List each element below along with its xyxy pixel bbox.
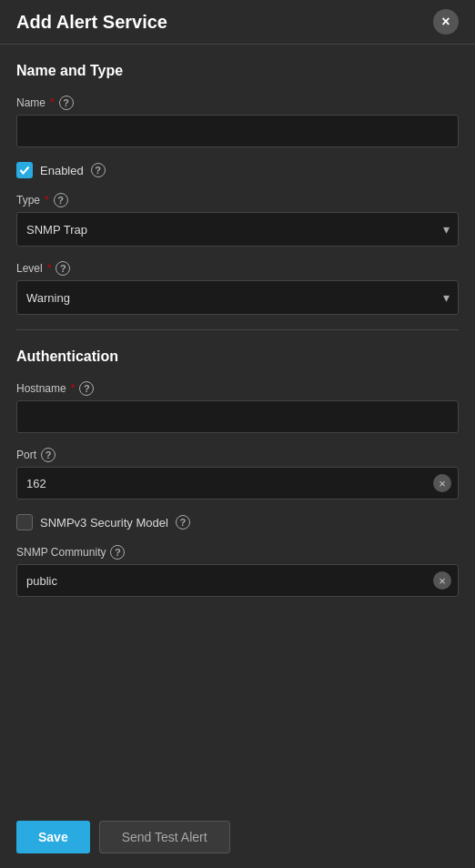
snmpv3-checkbox[interactable]: [16, 514, 33, 530]
enabled-checkbox[interactable]: [16, 162, 33, 178]
community-clear-button[interactable]: ×: [433, 571, 451, 590]
type-label: Type * ?: [16, 193, 459, 207]
section-name-and-type: Name and Type Name * ? Enabled ?: [16, 63, 459, 315]
level-required-marker: *: [47, 262, 52, 275]
name-field-group: Name * ?: [16, 96, 459, 147]
port-input[interactable]: [16, 467, 459, 500]
community-clear-icon: ×: [439, 574, 446, 588]
section-divider: [16, 329, 459, 330]
close-button[interactable]: ×: [433, 9, 459, 35]
close-icon: ×: [441, 14, 450, 30]
hostname-label: Hostname * ?: [16, 381, 459, 396]
name-help-icon[interactable]: ?: [59, 96, 74, 110]
hostname-help-icon[interactable]: ?: [79, 381, 94, 396]
port-clear-icon: ×: [439, 477, 446, 490]
community-field-group: SNMP Community ? ×: [16, 545, 459, 597]
hostname-required-marker: *: [71, 382, 76, 395]
hostname-input[interactable]: [16, 400, 459, 433]
name-input[interactable]: [16, 115, 459, 147]
level-label: Level * ?: [16, 261, 459, 276]
type-select[interactable]: SNMP Trap Email Slack PagerDuty: [16, 212, 459, 247]
snmpv3-row: SNMPv3 Security Model ?: [16, 514, 459, 530]
level-select[interactable]: Warning Critical Info: [16, 280, 459, 315]
snmpv3-help-icon[interactable]: ?: [176, 515, 190, 530]
authentication-section-title: Authentication: [16, 348, 459, 365]
section-authentication: Authentication Hostname * ? Port ?: [16, 348, 459, 597]
community-input-wrapper: ×: [16, 564, 459, 597]
save-button[interactable]: Save: [16, 821, 90, 853]
hostname-field-group: Hostname * ?: [16, 381, 459, 433]
port-label: Port ?: [16, 448, 459, 462]
enabled-label: Enabled: [40, 164, 84, 177]
name-required-marker: *: [50, 96, 55, 109]
level-select-wrapper: Warning Critical Info ▾: [16, 280, 459, 315]
community-input[interactable]: [16, 564, 459, 597]
dialog-title: Add Alert Service: [16, 12, 167, 33]
checkmark-icon: [19, 165, 30, 176]
level-field-group: Level * ? Warning Critical Info ▾: [16, 261, 459, 315]
name-label: Name * ?: [16, 96, 459, 110]
type-field-group: Type * ? SNMP Trap Email Slack PagerDuty…: [16, 193, 459, 247]
dialog-header: Add Alert Service ×: [0, 0, 475, 45]
dialog-footer: Save Send Test Alert: [0, 806, 475, 868]
type-required-marker: *: [45, 194, 49, 207]
port-field-group: Port ? ×: [16, 448, 459, 500]
community-label: SNMP Community ?: [16, 545, 459, 560]
type-help-icon[interactable]: ?: [54, 193, 68, 207]
level-help-icon[interactable]: ?: [56, 261, 70, 276]
community-help-icon[interactable]: ?: [110, 545, 125, 560]
snmpv3-label: SNMPv3 Security Model: [40, 516, 168, 530]
dialog-content: Name and Type Name * ? Enabled ?: [0, 45, 475, 806]
port-clear-button[interactable]: ×: [433, 474, 451, 492]
send-test-alert-button[interactable]: Send Test Alert: [99, 821, 230, 853]
port-input-wrapper: ×: [16, 467, 459, 500]
name-and-type-section-title: Name and Type: [16, 63, 459, 79]
type-select-wrapper: SNMP Trap Email Slack PagerDuty ▾: [16, 212, 459, 247]
port-help-icon[interactable]: ?: [41, 448, 56, 462]
enabled-help-icon[interactable]: ?: [91, 163, 106, 177]
enabled-row: Enabled ?: [16, 162, 459, 178]
add-alert-service-dialog: Add Alert Service × Name and Type Name *…: [0, 0, 475, 868]
